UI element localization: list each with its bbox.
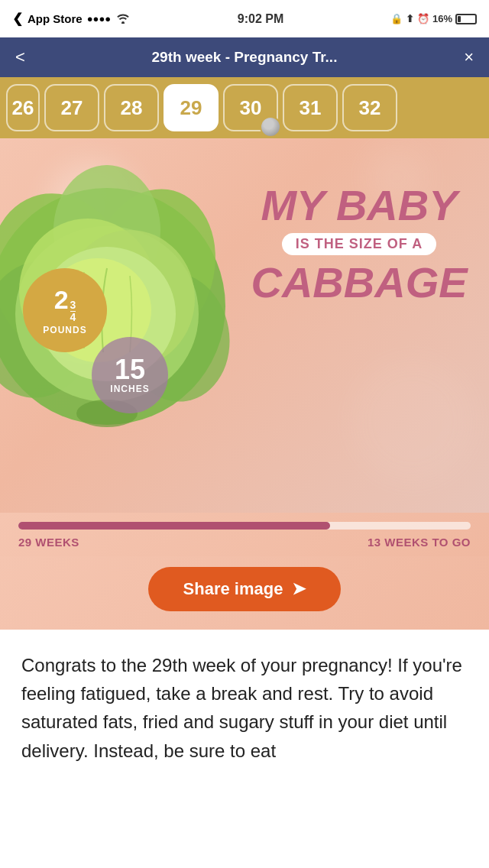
week-item-27[interactable]: 27 xyxy=(44,84,99,131)
pounds-value: 2 3 4 xyxy=(54,285,76,324)
share-section: Share image ➤ xyxy=(0,556,489,630)
weeks-elapsed-label: 29 WEEKS xyxy=(18,536,79,549)
weeks-to-go-label: 13 WEEKS TO GO xyxy=(368,536,471,549)
inches-number: 15 xyxy=(115,356,145,384)
back-button[interactable]: < xyxy=(15,47,25,67)
signal-icon: ●●●● xyxy=(87,13,111,24)
status-bar: ❮ App Store ●●●● 9:02 PM 🔒 ⬆ ⏰ 16% xyxy=(0,0,489,37)
status-left: ❮ App Store ●●●● xyxy=(12,11,131,27)
week-item-31[interactable]: 31 xyxy=(283,84,338,131)
is-size-pill: IS THE SIZE OF A xyxy=(282,233,436,255)
progress-bar-fill xyxy=(18,522,330,530)
inches-badge: 15 INCHES xyxy=(92,337,168,413)
inches-label: INCHES xyxy=(110,384,149,394)
close-button[interactable]: × xyxy=(464,47,474,67)
pounds-label: POUNDS xyxy=(43,325,86,335)
body-text-section: Congrats to the 29th week of your pregna… xyxy=(0,630,489,795)
share-image-button[interactable]: Share image ➤ xyxy=(148,567,342,611)
baby-size-image: 2 3 4 POUNDS 15 INCHES MY BABY IS THE SI… xyxy=(0,138,489,513)
baby-size-text: MY BABY IS THE SIZE OF A CABBAGE xyxy=(244,184,474,304)
status-time: 9:02 PM xyxy=(238,12,283,26)
week-selector: 26 27 28 29 30 31 32 xyxy=(0,77,489,138)
location-icon: ⬆ xyxy=(406,13,414,24)
week-item-29[interactable]: 29 xyxy=(164,84,219,131)
pounds-fraction: 3 4 xyxy=(70,300,76,324)
nav-bar: < 29th week - Pregnancy Tr... × xyxy=(0,37,489,77)
my-baby-heading: MY BABY xyxy=(244,184,474,227)
battery-percent: 16% xyxy=(432,13,452,24)
is-size-text: IS THE SIZE OF A xyxy=(296,236,423,251)
week-item-30[interactable]: 30 xyxy=(223,84,278,131)
nav-title: 29th week - Pregnancy Tr... xyxy=(152,49,338,66)
share-arrow-icon: ➤ xyxy=(292,579,306,599)
progress-bar-track xyxy=(18,522,471,530)
user-avatar xyxy=(260,116,281,138)
week-item-28[interactable]: 28 xyxy=(104,84,159,131)
app-store-label: App Store xyxy=(28,12,83,25)
back-chevron-icon: ❮ xyxy=(12,11,23,27)
week-item-32[interactable]: 32 xyxy=(342,84,397,131)
wifi-icon xyxy=(115,12,131,26)
lock-icon: 🔒 xyxy=(390,13,403,24)
share-label: Share image xyxy=(183,579,283,599)
week-item-26[interactable]: 26 xyxy=(6,84,40,131)
body-text: Congrats to the 29th week of your pregna… xyxy=(21,651,468,765)
progress-labels: 29 WEEKS 13 WEEKS TO GO xyxy=(18,536,471,549)
vegetable-name: CABBAGE xyxy=(244,261,474,304)
pounds-badge: 2 3 4 POUNDS xyxy=(23,268,107,352)
progress-section: 29 WEEKS 13 WEEKS TO GO xyxy=(0,513,489,556)
status-right: 🔒 ⬆ ⏰ 16% xyxy=(390,13,477,24)
alarm-icon: ⏰ xyxy=(417,13,429,24)
battery-icon xyxy=(455,14,477,24)
